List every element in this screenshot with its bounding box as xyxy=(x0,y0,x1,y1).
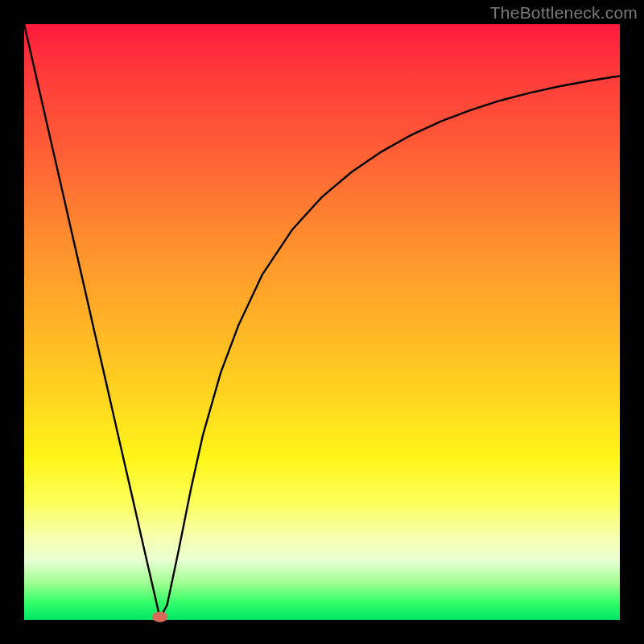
dip-marker xyxy=(152,612,167,622)
watermark-text: TheBottleneck.com xyxy=(490,3,638,23)
curve-layer xyxy=(24,24,620,620)
plot-area xyxy=(24,24,620,620)
chart-frame: TheBottleneck.com xyxy=(0,0,644,644)
bottleneck-curve xyxy=(24,24,620,618)
